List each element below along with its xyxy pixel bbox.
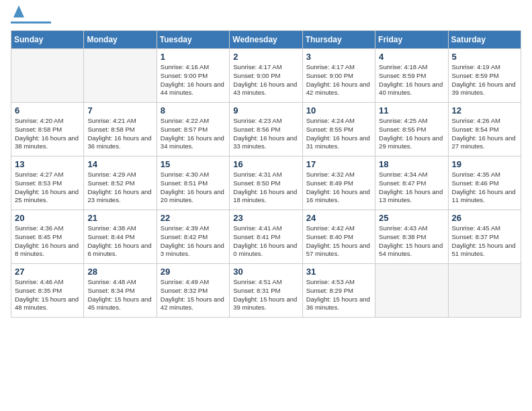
cell-info: Sunrise: 4:34 AMSunset: 8:47 PMDaylight:… [379, 171, 444, 205]
day-number: 21 [87, 213, 152, 223]
page-header [11, 11, 521, 24]
cell-info: Sunrise: 4:30 AMSunset: 8:51 PMDaylight:… [161, 171, 226, 205]
cell-info: Sunrise: 4:24 AMSunset: 8:55 PMDaylight:… [306, 117, 371, 151]
calendar-cell: 27Sunrise: 4:46 AMSunset: 8:35 PMDayligh… [11, 264, 84, 318]
cell-info: Sunrise: 4:39 AMSunset: 8:42 PMDaylight:… [161, 224, 226, 259]
logo [11, 11, 51, 24]
day-number: 28 [87, 267, 152, 277]
calendar-cell: 16Sunrise: 4:31 AMSunset: 8:50 PMDayligh… [230, 156, 302, 210]
calendar-cell: 17Sunrise: 4:32 AMSunset: 8:49 PMDayligh… [302, 156, 375, 210]
day-number: 23 [233, 213, 298, 223]
calendar-cell [375, 264, 448, 318]
calendar-cell: 29Sunrise: 4:49 AMSunset: 8:32 PMDayligh… [157, 264, 229, 318]
calendar-week-row: 20Sunrise: 4:36 AMSunset: 8:45 PMDayligh… [11, 210, 521, 264]
cell-info: Sunrise: 4:22 AMSunset: 8:57 PMDaylight:… [161, 117, 226, 151]
cell-info: Sunrise: 4:21 AMSunset: 8:58 PMDaylight:… [87, 117, 152, 151]
cell-info: Sunrise: 4:16 AMSunset: 9:00 PMDaylight:… [161, 63, 226, 97]
cell-info: Sunrise: 4:31 AMSunset: 8:50 PMDaylight:… [233, 171, 298, 205]
calendar-cell: 22Sunrise: 4:39 AMSunset: 8:42 PMDayligh… [157, 210, 229, 264]
weekday-header: Thursday [302, 31, 375, 49]
calendar-cell: 5Sunrise: 4:19 AMSunset: 8:59 PMDaylight… [448, 49, 521, 103]
logo-underline [11, 21, 51, 24]
day-number: 31 [306, 267, 371, 277]
day-number: 8 [161, 105, 226, 116]
calendar-cell: 12Sunrise: 4:26 AMSunset: 8:54 PMDayligh… [448, 103, 521, 156]
calendar-cell: 3Sunrise: 4:17 AMSunset: 9:00 PMDaylight… [302, 49, 375, 103]
cell-info: Sunrise: 4:18 AMSunset: 8:59 PMDaylight:… [379, 63, 444, 97]
weekday-header: Tuesday [157, 31, 229, 49]
calendar-week-row: 13Sunrise: 4:27 AMSunset: 8:53 PMDayligh… [11, 156, 521, 210]
calendar-cell: 1Sunrise: 4:16 AMSunset: 9:00 PMDaylight… [157, 49, 229, 103]
cell-info: Sunrise: 4:38 AMSunset: 8:44 PMDaylight:… [87, 224, 152, 259]
calendar-week-row: 27Sunrise: 4:46 AMSunset: 8:35 PMDayligh… [11, 264, 521, 318]
calendar-cell: 2Sunrise: 4:17 AMSunset: 9:00 PMDaylight… [230, 49, 302, 103]
day-number: 20 [15, 213, 80, 223]
calendar-cell: 21Sunrise: 4:38 AMSunset: 8:44 PMDayligh… [84, 210, 157, 264]
cell-info: Sunrise: 4:26 AMSunset: 8:54 PMDaylight:… [452, 117, 517, 151]
calendar-cell: 7Sunrise: 4:21 AMSunset: 8:58 PMDaylight… [84, 103, 157, 156]
weekday-header: Wednesday [230, 31, 302, 49]
day-number: 17 [306, 159, 371, 169]
calendar-cell: 8Sunrise: 4:22 AMSunset: 8:57 PMDaylight… [157, 103, 229, 156]
calendar-cell: 13Sunrise: 4:27 AMSunset: 8:53 PMDayligh… [11, 156, 84, 210]
day-number: 2 [233, 52, 298, 62]
day-number: 12 [452, 105, 517, 116]
cell-info: Sunrise: 4:48 AMSunset: 8:34 PMDaylight:… [87, 278, 152, 312]
calendar-cell: 20Sunrise: 4:36 AMSunset: 8:45 PMDayligh… [11, 210, 84, 264]
cell-info: Sunrise: 4:43 AMSunset: 8:38 PMDaylight:… [379, 224, 444, 259]
weekday-header: Friday [375, 31, 448, 49]
cell-info: Sunrise: 4:20 AMSunset: 8:58 PMDaylight:… [15, 117, 80, 151]
day-number: 10 [306, 105, 371, 116]
calendar-cell: 24Sunrise: 4:42 AMSunset: 8:40 PMDayligh… [302, 210, 375, 264]
day-number: 29 [161, 267, 226, 277]
cell-info: Sunrise: 4:29 AMSunset: 8:52 PMDaylight:… [87, 171, 152, 205]
calendar-header-row: SundayMondayTuesdayWednesdayThursdayFrid… [11, 31, 521, 49]
cell-info: Sunrise: 4:49 AMSunset: 8:32 PMDaylight:… [161, 278, 226, 312]
calendar-week-row: 6Sunrise: 4:20 AMSunset: 8:58 PMDaylight… [11, 103, 521, 156]
calendar-cell [448, 264, 521, 318]
cell-info: Sunrise: 4:17 AMSunset: 9:00 PMDaylight:… [233, 63, 298, 97]
day-number: 5 [452, 52, 517, 62]
cell-info: Sunrise: 4:45 AMSunset: 8:37 PMDaylight:… [452, 224, 517, 259]
cell-info: Sunrise: 4:25 AMSunset: 8:55 PMDaylight:… [379, 117, 444, 151]
cell-info: Sunrise: 4:53 AMSunset: 8:29 PMDaylight:… [306, 278, 371, 312]
day-number: 30 [233, 267, 298, 277]
calendar-cell: 25Sunrise: 4:43 AMSunset: 8:38 PMDayligh… [375, 210, 448, 264]
calendar-cell: 10Sunrise: 4:24 AMSunset: 8:55 PMDayligh… [302, 103, 375, 156]
svg-marker-0 [13, 5, 24, 17]
cell-info: Sunrise: 4:46 AMSunset: 8:35 PMDaylight:… [15, 278, 80, 312]
calendar-cell: 30Sunrise: 4:51 AMSunset: 8:31 PMDayligh… [230, 264, 302, 318]
logo-triangle-icon [13, 5, 24, 20]
calendar-cell: 6Sunrise: 4:20 AMSunset: 8:58 PMDaylight… [11, 103, 84, 156]
calendar-cell [11, 49, 84, 103]
cell-info: Sunrise: 4:32 AMSunset: 8:49 PMDaylight:… [306, 171, 371, 205]
day-number: 7 [87, 105, 152, 116]
cell-info: Sunrise: 4:17 AMSunset: 9:00 PMDaylight:… [306, 63, 371, 97]
calendar-cell: 19Sunrise: 4:35 AMSunset: 8:46 PMDayligh… [448, 156, 521, 210]
day-number: 26 [452, 213, 517, 223]
cell-info: Sunrise: 4:19 AMSunset: 8:59 PMDaylight:… [452, 63, 517, 97]
day-number: 22 [161, 213, 226, 223]
day-number: 27 [15, 267, 80, 277]
calendar-cell: 28Sunrise: 4:48 AMSunset: 8:34 PMDayligh… [84, 264, 157, 318]
calendar-cell: 31Sunrise: 4:53 AMSunset: 8:29 PMDayligh… [302, 264, 375, 318]
cell-info: Sunrise: 4:51 AMSunset: 8:31 PMDaylight:… [233, 278, 298, 312]
weekday-header: Sunday [11, 31, 84, 49]
weekday-header: Saturday [448, 31, 521, 49]
day-number: 6 [15, 105, 80, 116]
calendar-cell: 14Sunrise: 4:29 AMSunset: 8:52 PMDayligh… [84, 156, 157, 210]
calendar-cell: 11Sunrise: 4:25 AMSunset: 8:55 PMDayligh… [375, 103, 448, 156]
day-number: 18 [379, 159, 444, 169]
day-number: 11 [379, 105, 444, 116]
day-number: 19 [452, 159, 517, 169]
calendar-cell: 9Sunrise: 4:23 AMSunset: 8:56 PMDaylight… [230, 103, 302, 156]
day-number: 15 [161, 159, 226, 169]
day-number: 1 [161, 52, 226, 62]
day-number: 16 [233, 159, 298, 169]
cell-info: Sunrise: 4:41 AMSunset: 8:41 PMDaylight:… [233, 224, 298, 259]
calendar-cell: 4Sunrise: 4:18 AMSunset: 8:59 PMDaylight… [375, 49, 448, 103]
calendar-table: SundayMondayTuesdayWednesdayThursdayFrid… [11, 30, 521, 318]
day-number: 9 [233, 105, 298, 116]
day-number: 3 [306, 52, 371, 62]
day-number: 14 [87, 159, 152, 169]
